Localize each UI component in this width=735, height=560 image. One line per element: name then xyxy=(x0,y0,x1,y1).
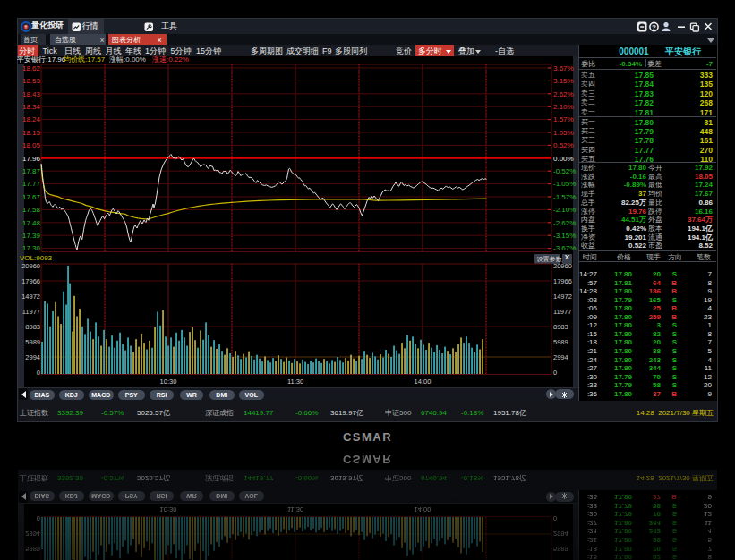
svg-text:17.87: 17.87 xyxy=(22,167,41,175)
svg-text:20960: 20960 xyxy=(553,262,572,270)
svg-text:0: 0 xyxy=(37,369,40,377)
svg-text:17.77: 17.77 xyxy=(22,180,41,188)
svg-text:11:30: 11:30 xyxy=(287,378,303,386)
svg-text:2994: 2994 xyxy=(25,353,40,361)
svg-text:-0.52%: -0.52% xyxy=(553,167,576,175)
svg-text:3.15%: 3.15% xyxy=(553,77,574,85)
svg-text:18.05: 18.05 xyxy=(22,141,41,149)
svg-text:17.96: 17.96 xyxy=(22,155,41,163)
svg-text:17.67: 17.67 xyxy=(22,193,41,201)
svg-text:-2.62%: -2.62% xyxy=(553,219,576,227)
svg-text:18.62: 18.62 xyxy=(22,64,41,72)
svg-text:?: ? xyxy=(652,22,656,30)
svg-text:17966: 17966 xyxy=(553,277,572,285)
svg-text:11977: 11977 xyxy=(553,308,571,316)
svg-text:14972: 14972 xyxy=(553,293,572,301)
svg-text:17.30: 17.30 xyxy=(22,244,41,252)
svg-text:17.48: 17.48 xyxy=(22,219,41,227)
svg-text:2.10%: 2.10% xyxy=(553,103,574,111)
svg-text:8983: 8983 xyxy=(553,323,568,331)
svg-text:2994: 2994 xyxy=(553,353,568,361)
svg-text:1.57%: 1.57% xyxy=(553,115,574,123)
svg-text:-3.15%: -3.15% xyxy=(553,232,576,240)
svg-text:8983: 8983 xyxy=(25,323,40,331)
svg-text:5989: 5989 xyxy=(553,338,568,346)
svg-text:0.00%: 0.00% xyxy=(553,155,574,163)
svg-text:2.62%: 2.62% xyxy=(553,90,574,98)
svg-text:3.67%: 3.67% xyxy=(553,64,574,72)
svg-text:-2.10%: -2.10% xyxy=(553,206,576,214)
svg-text:5989: 5989 xyxy=(25,338,40,346)
svg-text:0.52%: 0.52% xyxy=(553,141,574,149)
svg-text:17.58: 17.58 xyxy=(22,206,41,214)
svg-text:11977: 11977 xyxy=(22,308,40,316)
svg-text:17966: 17966 xyxy=(21,277,40,285)
svg-text:10:30: 10:30 xyxy=(160,378,177,386)
svg-text:-3.67%: -3.67% xyxy=(553,244,576,252)
svg-text:14:00: 14:00 xyxy=(415,378,432,386)
svg-text:14972: 14972 xyxy=(21,293,40,301)
svg-text:-1.57%: -1.57% xyxy=(553,193,576,201)
svg-text:17.39: 17.39 xyxy=(22,232,41,240)
svg-text:18.34: 18.34 xyxy=(22,103,41,111)
svg-text:18.43: 18.43 xyxy=(22,90,41,98)
svg-text:-1.05%: -1.05% xyxy=(553,180,576,188)
svg-text:0: 0 xyxy=(553,369,557,377)
svg-text:20960: 20960 xyxy=(21,262,40,270)
svg-text:18.24: 18.24 xyxy=(22,115,41,123)
svg-text:1.05%: 1.05% xyxy=(553,129,574,137)
svg-text:18.53: 18.53 xyxy=(22,77,41,85)
svg-text:18.15: 18.15 xyxy=(22,129,41,137)
